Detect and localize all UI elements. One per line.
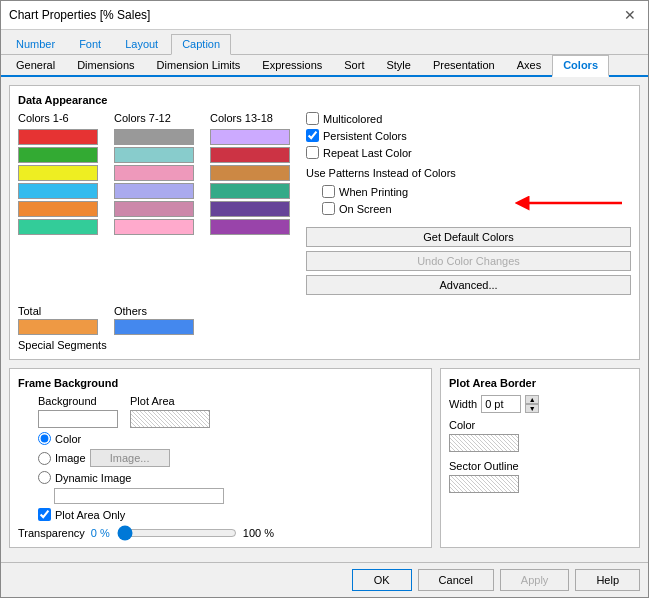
sector-label: Sector Outline [449, 460, 631, 472]
width-label: Width [449, 398, 477, 410]
color-swatch-2[interactable] [18, 147, 98, 163]
tab-number[interactable]: Number [5, 34, 66, 54]
total-others-row: Total Others [18, 305, 194, 335]
multicolored-checkbox[interactable] [306, 112, 319, 125]
when-printing-checkbox[interactable] [322, 185, 335, 198]
color-swatch-12[interactable] [114, 219, 194, 235]
radio-dynamic-label: Dynamic Image [55, 472, 131, 484]
others-swatch[interactable] [114, 319, 194, 335]
radio-dynamic-row: Dynamic Image [38, 471, 423, 484]
plot-area-border-title: Plot Area Border [449, 377, 631, 389]
colors-13-18-column: Colors 13-18 [210, 112, 290, 235]
plot-area-label: Plot Area [130, 395, 210, 407]
tab-font[interactable]: Font [68, 34, 112, 54]
tab-style[interactable]: Style [375, 55, 421, 75]
frame-bg-title: Frame Background [18, 377, 423, 389]
color-swatch-15[interactable] [210, 165, 290, 181]
dynamic-image-input[interactable] [54, 488, 224, 504]
cancel-button[interactable]: Cancel [418, 569, 494, 591]
radio-image-label: Image [55, 452, 86, 464]
color-swatch-6[interactable] [18, 219, 98, 235]
color-swatch-4[interactable] [18, 183, 98, 199]
title-bar: Chart Properties [% Sales] ✕ [1, 1, 648, 30]
colors-7-12-column: Colors 7-12 [114, 112, 194, 235]
apply-button[interactable]: Apply [500, 569, 570, 591]
tabs-row2: General Dimensions Dimension Limits Expr… [1, 55, 648, 77]
close-button[interactable]: ✕ [620, 7, 640, 23]
color-swatch-8[interactable] [114, 147, 194, 163]
sector-outline-swatch[interactable] [449, 475, 519, 493]
use-patterns-label: Use Patterns Instead of Colors [306, 167, 631, 179]
tab-dimension-limits[interactable]: Dimension Limits [146, 55, 252, 75]
plot-col: Plot Area [130, 395, 210, 428]
tab-axes[interactable]: Axes [506, 55, 552, 75]
help-button[interactable]: Help [575, 569, 640, 591]
colors-1-6-header: Colors 1-6 [18, 112, 98, 124]
tab-presentation[interactable]: Presentation [422, 55, 506, 75]
persistent-colors-row: Persistent Colors [306, 129, 631, 142]
when-printing-label: When Printing [339, 186, 408, 198]
color-swatch-1[interactable] [18, 129, 98, 145]
color-swatch-13[interactable] [210, 129, 290, 145]
bottom-panels: Frame Background Background Plot Area Co… [9, 368, 640, 548]
window-title: Chart Properties [% Sales] [9, 8, 150, 22]
image-button[interactable]: Image... [90, 449, 170, 467]
tab-expressions[interactable]: Expressions [251, 55, 333, 75]
advanced-button[interactable]: Advanced... [306, 275, 631, 295]
color-swatch-7[interactable] [114, 129, 194, 145]
background-swatch[interactable] [38, 410, 118, 428]
color-swatch-17[interactable] [210, 201, 290, 217]
plot-area-only-row: Plot Area Only [38, 508, 423, 521]
on-screen-checkbox[interactable] [322, 202, 335, 215]
border-color-section: Color [449, 419, 631, 452]
width-row: Width ▲ ▼ [449, 395, 631, 413]
plot-area-swatch[interactable] [130, 410, 210, 428]
color-swatch-5[interactable] [18, 201, 98, 217]
border-color-swatch[interactable] [449, 434, 519, 452]
color-swatch-9[interactable] [114, 165, 194, 181]
others-label: Others [114, 305, 194, 317]
radio-image[interactable] [38, 452, 51, 465]
content-area: Data Appearance Colors 1-6 [1, 77, 648, 562]
options-column: Multicolored Persistent Colors Repeat La… [306, 112, 631, 295]
plot-area-only-label: Plot Area Only [55, 509, 125, 521]
tab-dimensions[interactable]: Dimensions [66, 55, 145, 75]
persistent-colors-checkbox[interactable] [306, 129, 319, 142]
tab-sort[interactable]: Sort [333, 55, 375, 75]
radio-image-row: Image Image... [38, 449, 423, 467]
bg-col: Background [38, 395, 118, 428]
tab-layout[interactable]: Layout [114, 34, 169, 54]
colors-grid: Colors 1-6 Colors 7-12 [18, 112, 290, 235]
tab-caption[interactable]: Caption [171, 34, 231, 55]
spin-up-button[interactable]: ▲ [525, 395, 539, 404]
frame-background-panel: Frame Background Background Plot Area Co… [9, 368, 432, 548]
transparency-label: Transparency [18, 527, 85, 539]
spin-buttons: ▲ ▼ [525, 395, 539, 413]
width-input[interactable] [481, 395, 521, 413]
on-screen-label: On Screen [339, 203, 392, 215]
color-swatch-11[interactable] [114, 201, 194, 217]
background-label: Background [38, 395, 118, 407]
color-swatch-10[interactable] [114, 183, 194, 199]
repeat-last-color-label: Repeat Last Color [323, 147, 412, 159]
special-segments-row: Special Segments [18, 339, 631, 351]
color-swatch-14[interactable] [210, 147, 290, 163]
when-printing-row: When Printing [322, 185, 631, 198]
tab-general[interactable]: General [5, 55, 66, 75]
color-swatch-18[interactable] [210, 219, 290, 235]
tab-colors[interactable]: Colors [552, 55, 609, 77]
undo-color-changes-button[interactable]: Undo Color Changes [306, 251, 631, 271]
colors-7-12-header: Colors 7-12 [114, 112, 194, 124]
radio-dynamic-image[interactable] [38, 471, 51, 484]
get-default-colors-button[interactable]: Get Default Colors [306, 227, 631, 247]
transparency-row: Transparency 0 % 100 % [18, 527, 423, 539]
radio-color[interactable] [38, 432, 51, 445]
repeat-last-color-checkbox[interactable] [306, 146, 319, 159]
transparency-slider[interactable] [117, 529, 237, 537]
color-swatch-3[interactable] [18, 165, 98, 181]
plot-area-only-checkbox[interactable] [38, 508, 51, 521]
color-swatch-16[interactable] [210, 183, 290, 199]
total-swatch[interactable] [18, 319, 98, 335]
spin-down-button[interactable]: ▼ [525, 404, 539, 413]
ok-button[interactable]: OK [352, 569, 412, 591]
